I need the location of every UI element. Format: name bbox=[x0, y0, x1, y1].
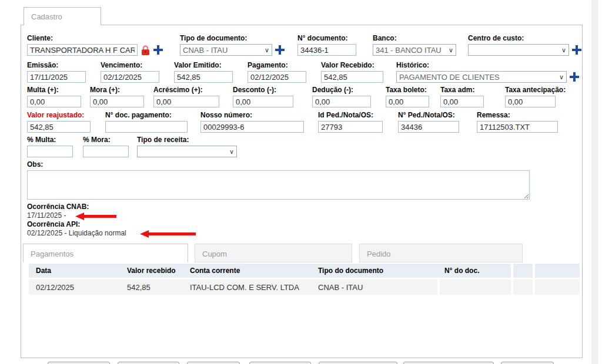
desconto-input[interactable] bbox=[233, 96, 293, 107]
add-cliente-button[interactable] bbox=[153, 45, 163, 55]
tipo-documento-label: Tipo de documento: bbox=[180, 34, 285, 42]
n-documento-label: N° documento: bbox=[297, 34, 356, 42]
n-documento-input[interactable] bbox=[297, 44, 356, 56]
vencimento-input[interactable] bbox=[101, 71, 159, 83]
tab-cupom[interactable]: Cupom bbox=[195, 244, 352, 262]
field-pct-multa: % Multa: bbox=[27, 136, 73, 157]
historico-label: Histórico: bbox=[396, 61, 579, 69]
cliente-input[interactable] bbox=[27, 44, 138, 56]
field-valor-recebido: Valor Recebido: bbox=[321, 61, 383, 83]
pagamento-label: Pagamento: bbox=[248, 61, 306, 69]
field-obs: Obs: bbox=[27, 160, 530, 200]
annotation-arrow-cnab bbox=[75, 212, 116, 223]
chevron-down-icon: ∨ bbox=[229, 148, 234, 156]
ocorrencia-cnab-label: Ocorrência CNAB: bbox=[27, 203, 126, 211]
tab-pagamentos[interactable]: Pagamentos bbox=[23, 244, 188, 262]
bottom-button-2[interactable] bbox=[118, 362, 179, 364]
pct-multa-input[interactable] bbox=[27, 146, 73, 157]
field-n-documento: N° documento: bbox=[297, 34, 356, 56]
banco-select[interactable]: 341 - BANCO ITAU ∨ bbox=[373, 44, 456, 56]
valor-recebido-label: Valor Recebido: bbox=[321, 61, 383, 69]
pct-mora-input[interactable] bbox=[83, 146, 129, 157]
field-vencimento: Vencimento: bbox=[101, 61, 159, 83]
bottom-button-6[interactable] bbox=[403, 362, 494, 364]
acrescimo-input[interactable] bbox=[153, 96, 219, 107]
taxa-boleto-input[interactable] bbox=[386, 96, 429, 107]
taxa-boleto-label: Taxa boleto: bbox=[386, 86, 429, 94]
banco-value: 341 - BANCO ITAU bbox=[376, 46, 442, 55]
field-desconto: Desconto (-): bbox=[233, 86, 293, 107]
field-taxa-boleto: Taxa boleto: bbox=[386, 86, 429, 107]
chevron-down-icon: ∨ bbox=[559, 73, 564, 81]
field-multa: Multa (+): bbox=[27, 86, 81, 107]
n-ped-nota-os-input[interactable] bbox=[398, 121, 459, 133]
plus-icon bbox=[572, 45, 581, 55]
lock-icon[interactable] bbox=[141, 45, 150, 56]
valor-recebido-input[interactable] bbox=[321, 71, 383, 83]
id-ped-nota-os-input[interactable] bbox=[318, 121, 383, 133]
obs-textarea[interactable] bbox=[27, 170, 530, 200]
multa-input[interactable] bbox=[27, 96, 81, 107]
add-historico-button[interactable] bbox=[570, 72, 579, 82]
emissao-input[interactable] bbox=[27, 71, 86, 83]
cell-tipo: CNAB - ITAU bbox=[318, 279, 363, 295]
annotation-arrow-api bbox=[140, 230, 196, 240]
bottom-button-4[interactable] bbox=[249, 362, 311, 364]
column-divider bbox=[511, 279, 513, 295]
field-deducao: Dedução (-): bbox=[312, 86, 371, 107]
scrollbar-track[interactable] bbox=[591, 0, 598, 364]
taxa-antecipacao-input[interactable] bbox=[505, 96, 556, 107]
bottom-button-5[interactable] bbox=[319, 362, 397, 364]
field-banco: Banco: 341 - BANCO ITAU ∨ bbox=[373, 34, 456, 56]
plus-icon bbox=[275, 45, 285, 55]
field-id-ped-nota-os: Id Ped./Nota/OS: bbox=[318, 111, 383, 133]
chevron-down-icon: ∨ bbox=[265, 46, 269, 54]
remessa-input[interactable] bbox=[477, 121, 558, 133]
emissao-label: Emissão: bbox=[27, 61, 86, 69]
add-tipo-documento-button[interactable] bbox=[275, 45, 285, 55]
historico-select[interactable]: PAGAMENTO DE CLIENTES ∨ bbox=[396, 71, 567, 83]
tipo-documento-value: CNAB - ITAU bbox=[183, 46, 228, 55]
cliente-label: Cliente: bbox=[27, 34, 163, 42]
field-tipo-receita: Tipo de receita: ∨ bbox=[137, 136, 237, 157]
mora-label: Mora (+): bbox=[90, 86, 144, 94]
field-tipo-documento: Tipo de documento: CNAB - ITAU ∨ bbox=[180, 34, 285, 56]
mora-input[interactable] bbox=[90, 96, 144, 107]
payments-table-header: Data Valor recebido Conta corrente Tipo … bbox=[29, 264, 580, 278]
add-centro-custo-button[interactable] bbox=[572, 45, 581, 55]
column-divider bbox=[437, 279, 440, 295]
valor-emitido-input[interactable] bbox=[174, 71, 233, 83]
taxa-antecipacao-label: Taxa antecipação: bbox=[505, 86, 566, 94]
pagamento-input[interactable] bbox=[248, 71, 306, 83]
deducao-input[interactable] bbox=[312, 96, 371, 107]
tab-pedido[interactable]: Pedido bbox=[359, 244, 523, 262]
obs-label: Obs: bbox=[27, 160, 530, 168]
bottom-button-7[interactable] bbox=[501, 362, 554, 364]
cell-valor: 542,85 bbox=[127, 279, 150, 295]
valor-emitido-label: Valor Emitido: bbox=[174, 61, 233, 69]
column-divider bbox=[533, 264, 535, 278]
page: Cadastro Cliente: bbox=[0, 0, 602, 364]
tipo-receita-select[interactable]: ∨ bbox=[137, 146, 237, 157]
valor-reajustado-input[interactable] bbox=[27, 121, 91, 133]
bottom-button-3[interactable] bbox=[187, 362, 240, 364]
field-cliente: Cliente: bbox=[27, 34, 163, 56]
multa-label: Multa (+): bbox=[27, 86, 81, 94]
id-ped-nota-os-label: Id Ped./Nota/OS: bbox=[318, 111, 383, 119]
field-taxa-antecipacao: Taxa antecipação: bbox=[505, 86, 566, 107]
pct-multa-label: % Multa: bbox=[27, 136, 73, 144]
table-row[interactable]: 02/12/2025 542,85 ITAU-LCD COM. E SERV. … bbox=[29, 279, 580, 295]
tipo-documento-select[interactable]: CNAB - ITAU ∨ bbox=[180, 44, 272, 56]
n-doc-pagamento-input[interactable] bbox=[105, 121, 188, 133]
nosso-numero-input[interactable] bbox=[200, 121, 304, 133]
bottom-button-1[interactable] bbox=[48, 362, 110, 364]
chevron-down-icon: ∨ bbox=[561, 46, 566, 54]
banco-label: Banco: bbox=[373, 34, 456, 42]
tab-cadastro[interactable]: Cadastro bbox=[24, 7, 101, 25]
field-emissao: Emissão: bbox=[27, 61, 86, 83]
taxa-adm-label: Taxa adm: bbox=[440, 86, 484, 94]
centro-custo-select[interactable]: ∨ bbox=[468, 44, 569, 56]
pct-mora-label: % Mora: bbox=[83, 136, 129, 144]
taxa-adm-input[interactable] bbox=[440, 96, 484, 107]
field-taxa-adm: Taxa adm: bbox=[440, 86, 484, 107]
